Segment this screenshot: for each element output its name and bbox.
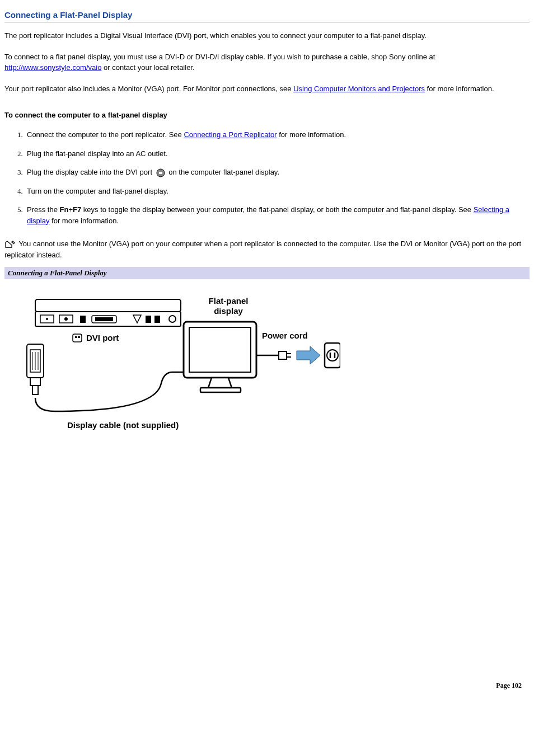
note-block: You cannot use the Monitor (VGA) port on… <box>4 238 530 260</box>
note-text: You cannot use the Monitor (VGA) port on… <box>4 240 521 259</box>
svg-rect-15 <box>75 336 77 338</box>
step-3: Plug the display cable into the DVI port… <box>25 167 530 178</box>
page-number: Page 102 <box>4 682 530 690</box>
step1-text-b: for more information. <box>277 130 346 139</box>
para3-text-b: for more information. <box>425 84 494 93</box>
sonystyle-link[interactable]: http://www.sonystyle.com/vaio <box>4 63 101 72</box>
figure-caption: Connecting a Flat-Panel Display <box>4 267 530 279</box>
connection-diagram: DVI port Flat-panel display Power cord <box>21 288 530 435</box>
intro-paragraph-3: Your port replicator also includes a Mon… <box>4 83 530 95</box>
step5-text-b: keys to toggle the display between your … <box>81 205 474 214</box>
display-cable-label: Display cable (not supplied) <box>67 420 179 430</box>
svg-point-7 <box>64 317 68 321</box>
svg-rect-8 <box>80 316 86 323</box>
svg-rect-22 <box>30 378 40 386</box>
step-5: Press the Fn+F7 keys to toggle the displ… <box>25 204 530 226</box>
svg-rect-11 <box>146 316 151 323</box>
section-title: Connecting a Flat-Panel Display <box>4 10 530 22</box>
svg-rect-25 <box>189 327 251 372</box>
svg-point-32 <box>327 350 338 361</box>
plus-sign: + <box>68 205 73 214</box>
port-replicator-link[interactable]: Connecting a Port Replicator <box>184 130 277 139</box>
monitors-link[interactable]: Using Computer Monitors and Projectors <box>293 84 425 93</box>
svg-rect-16 <box>78 336 80 338</box>
intro-paragraph-1: The port replicator includes a Digital V… <box>4 30 530 41</box>
procedure-list: Connect the computer to the port replica… <box>4 129 530 226</box>
svg-rect-28 <box>279 351 287 359</box>
para3-text-a: Your port replicator also includes a Mon… <box>4 84 293 93</box>
flat-panel-label-2: display <box>214 306 243 316</box>
svg-rect-23 <box>32 386 38 395</box>
note-icon <box>4 240 16 249</box>
svg-point-5 <box>46 318 48 320</box>
step5-text-c: for more information. <box>49 217 119 225</box>
dvi-port-icon <box>156 168 166 177</box>
svg-point-13 <box>169 316 176 322</box>
dvi-port-label: DVI port <box>86 333 119 342</box>
step-2: Plug the flat-panel display into an AC o… <box>25 148 530 159</box>
f7-key: F7 <box>73 205 81 214</box>
power-cord-label: Power cord <box>262 331 308 340</box>
svg-rect-2 <box>35 299 181 312</box>
step-4: Turn on the computer and flat-panel disp… <box>25 186 530 197</box>
step-1: Connect the computer to the port replica… <box>25 129 530 140</box>
step3-text-b: on the computer flat-panel display. <box>167 168 279 176</box>
svg-rect-26 <box>200 388 241 392</box>
svg-rect-12 <box>154 316 160 323</box>
step5-text-a: Press the <box>27 205 60 214</box>
fn-key: Fn <box>60 205 69 214</box>
para2-text-b: or contact your local retailer. <box>101 63 194 72</box>
step3-text-a: Plug the display cable into the DVI port <box>27 168 154 176</box>
procedure-heading: To connect the computer to a flat-panel … <box>4 111 530 119</box>
svg-rect-1 <box>159 172 162 174</box>
svg-rect-10 <box>95 317 113 321</box>
para2-text-a: To connect to a flat panel display, you … <box>4 53 435 61</box>
step1-text-a: Connect the computer to the port replica… <box>27 130 184 139</box>
flat-panel-label-1: Flat-panel <box>209 296 249 306</box>
intro-paragraph-2: To connect to a flat panel display, you … <box>4 51 530 73</box>
